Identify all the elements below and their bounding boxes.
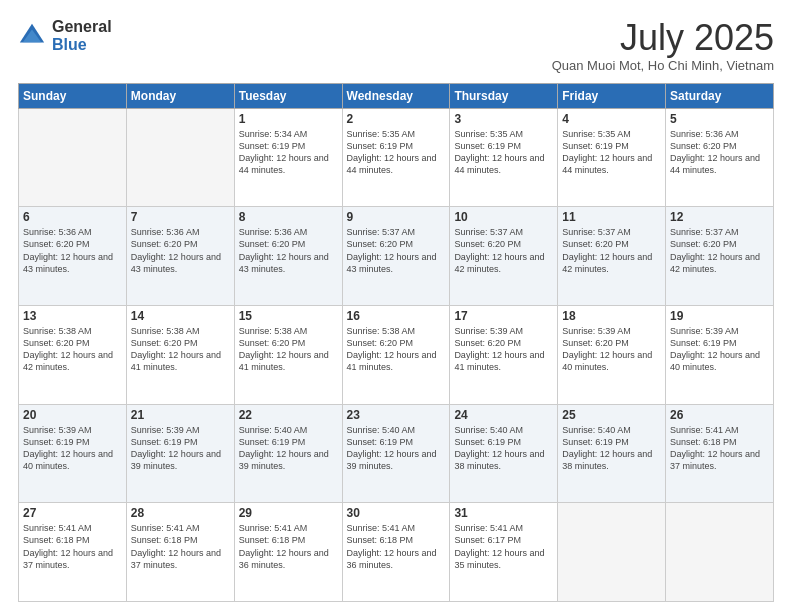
day-number: 27	[23, 506, 122, 520]
weekday-header: Tuesday	[234, 83, 342, 108]
day-info: Sunrise: 5:35 AM Sunset: 6:19 PM Dayligh…	[347, 128, 446, 177]
calendar-cell: 21Sunrise: 5:39 AM Sunset: 6:19 PM Dayli…	[126, 404, 234, 503]
calendar-cell: 30Sunrise: 5:41 AM Sunset: 6:18 PM Dayli…	[342, 503, 450, 602]
day-number: 22	[239, 408, 338, 422]
calendar-cell: 5Sunrise: 5:36 AM Sunset: 6:20 PM Daylig…	[666, 108, 774, 207]
day-info: Sunrise: 5:39 AM Sunset: 6:20 PM Dayligh…	[562, 325, 661, 374]
day-info: Sunrise: 5:38 AM Sunset: 6:20 PM Dayligh…	[131, 325, 230, 374]
calendar-cell: 31Sunrise: 5:41 AM Sunset: 6:17 PM Dayli…	[450, 503, 558, 602]
day-info: Sunrise: 5:40 AM Sunset: 6:19 PM Dayligh…	[239, 424, 338, 473]
day-number: 15	[239, 309, 338, 323]
calendar-cell: 22Sunrise: 5:40 AM Sunset: 6:19 PM Dayli…	[234, 404, 342, 503]
day-info: Sunrise: 5:39 AM Sunset: 6:19 PM Dayligh…	[131, 424, 230, 473]
calendar-cell: 18Sunrise: 5:39 AM Sunset: 6:20 PM Dayli…	[558, 305, 666, 404]
calendar-cell: 7Sunrise: 5:36 AM Sunset: 6:20 PM Daylig…	[126, 207, 234, 306]
day-number: 12	[670, 210, 769, 224]
day-number: 3	[454, 112, 553, 126]
day-info: Sunrise: 5:41 AM Sunset: 6:18 PM Dayligh…	[347, 522, 446, 571]
calendar-cell: 16Sunrise: 5:38 AM Sunset: 6:20 PM Dayli…	[342, 305, 450, 404]
day-info: Sunrise: 5:41 AM Sunset: 6:18 PM Dayligh…	[239, 522, 338, 571]
weekday-header: Monday	[126, 83, 234, 108]
calendar-cell: 4Sunrise: 5:35 AM Sunset: 6:19 PM Daylig…	[558, 108, 666, 207]
day-number: 16	[347, 309, 446, 323]
day-info: Sunrise: 5:39 AM Sunset: 6:19 PM Dayligh…	[23, 424, 122, 473]
day-number: 14	[131, 309, 230, 323]
day-number: 8	[239, 210, 338, 224]
day-number: 25	[562, 408, 661, 422]
day-number: 24	[454, 408, 553, 422]
calendar-cell: 25Sunrise: 5:40 AM Sunset: 6:19 PM Dayli…	[558, 404, 666, 503]
calendar-cell: 27Sunrise: 5:41 AM Sunset: 6:18 PM Dayli…	[19, 503, 127, 602]
day-number: 11	[562, 210, 661, 224]
day-info: Sunrise: 5:37 AM Sunset: 6:20 PM Dayligh…	[562, 226, 661, 275]
day-info: Sunrise: 5:37 AM Sunset: 6:20 PM Dayligh…	[347, 226, 446, 275]
day-info: Sunrise: 5:39 AM Sunset: 6:20 PM Dayligh…	[454, 325, 553, 374]
day-number: 28	[131, 506, 230, 520]
day-number: 29	[239, 506, 338, 520]
day-info: Sunrise: 5:41 AM Sunset: 6:18 PM Dayligh…	[131, 522, 230, 571]
day-number: 4	[562, 112, 661, 126]
logo-icon	[18, 22, 46, 50]
location-subtitle: Quan Muoi Mot, Ho Chi Minh, Vietnam	[552, 58, 774, 73]
calendar-cell: 15Sunrise: 5:38 AM Sunset: 6:20 PM Dayli…	[234, 305, 342, 404]
day-info: Sunrise: 5:36 AM Sunset: 6:20 PM Dayligh…	[239, 226, 338, 275]
calendar-cell: 14Sunrise: 5:38 AM Sunset: 6:20 PM Dayli…	[126, 305, 234, 404]
calendar-week-row: 27Sunrise: 5:41 AM Sunset: 6:18 PM Dayli…	[19, 503, 774, 602]
calendar-cell: 2Sunrise: 5:35 AM Sunset: 6:19 PM Daylig…	[342, 108, 450, 207]
calendar-cell: 8Sunrise: 5:36 AM Sunset: 6:20 PM Daylig…	[234, 207, 342, 306]
day-number: 1	[239, 112, 338, 126]
day-info: Sunrise: 5:34 AM Sunset: 6:19 PM Dayligh…	[239, 128, 338, 177]
logo: General Blue	[18, 18, 112, 53]
month-title: July 2025	[552, 18, 774, 58]
day-number: 2	[347, 112, 446, 126]
calendar-week-row: 6Sunrise: 5:36 AM Sunset: 6:20 PM Daylig…	[19, 207, 774, 306]
calendar-cell: 3Sunrise: 5:35 AM Sunset: 6:19 PM Daylig…	[450, 108, 558, 207]
day-number: 26	[670, 408, 769, 422]
day-info: Sunrise: 5:40 AM Sunset: 6:19 PM Dayligh…	[347, 424, 446, 473]
day-info: Sunrise: 5:41 AM Sunset: 6:18 PM Dayligh…	[670, 424, 769, 473]
calendar-table: SundayMondayTuesdayWednesdayThursdayFrid…	[18, 83, 774, 602]
calendar-cell: 13Sunrise: 5:38 AM Sunset: 6:20 PM Dayli…	[19, 305, 127, 404]
day-number: 31	[454, 506, 553, 520]
calendar-cell	[19, 108, 127, 207]
weekday-header: Sunday	[19, 83, 127, 108]
calendar-cell	[558, 503, 666, 602]
calendar-cell: 20Sunrise: 5:39 AM Sunset: 6:19 PM Dayli…	[19, 404, 127, 503]
day-number: 18	[562, 309, 661, 323]
day-info: Sunrise: 5:37 AM Sunset: 6:20 PM Dayligh…	[454, 226, 553, 275]
day-info: Sunrise: 5:36 AM Sunset: 6:20 PM Dayligh…	[23, 226, 122, 275]
calendar-week-row: 13Sunrise: 5:38 AM Sunset: 6:20 PM Dayli…	[19, 305, 774, 404]
day-info: Sunrise: 5:38 AM Sunset: 6:20 PM Dayligh…	[347, 325, 446, 374]
day-number: 10	[454, 210, 553, 224]
calendar-cell: 6Sunrise: 5:36 AM Sunset: 6:20 PM Daylig…	[19, 207, 127, 306]
day-number: 30	[347, 506, 446, 520]
day-number: 20	[23, 408, 122, 422]
logo-general: General	[52, 18, 112, 36]
calendar-week-row: 20Sunrise: 5:39 AM Sunset: 6:19 PM Dayli…	[19, 404, 774, 503]
calendar-cell: 10Sunrise: 5:37 AM Sunset: 6:20 PM Dayli…	[450, 207, 558, 306]
day-number: 9	[347, 210, 446, 224]
calendar-cell: 17Sunrise: 5:39 AM Sunset: 6:20 PM Dayli…	[450, 305, 558, 404]
page: General Blue July 2025 Quan Muoi Mot, Ho…	[0, 0, 792, 612]
day-info: Sunrise: 5:41 AM Sunset: 6:18 PM Dayligh…	[23, 522, 122, 571]
calendar-cell: 1Sunrise: 5:34 AM Sunset: 6:19 PM Daylig…	[234, 108, 342, 207]
calendar-cell: 23Sunrise: 5:40 AM Sunset: 6:19 PM Dayli…	[342, 404, 450, 503]
weekday-header: Saturday	[666, 83, 774, 108]
day-info: Sunrise: 5:40 AM Sunset: 6:19 PM Dayligh…	[454, 424, 553, 473]
calendar-cell: 28Sunrise: 5:41 AM Sunset: 6:18 PM Dayli…	[126, 503, 234, 602]
weekday-header-row: SundayMondayTuesdayWednesdayThursdayFrid…	[19, 83, 774, 108]
day-number: 5	[670, 112, 769, 126]
day-info: Sunrise: 5:40 AM Sunset: 6:19 PM Dayligh…	[562, 424, 661, 473]
day-info: Sunrise: 5:35 AM Sunset: 6:19 PM Dayligh…	[454, 128, 553, 177]
calendar-cell	[126, 108, 234, 207]
weekday-header: Wednesday	[342, 83, 450, 108]
day-info: Sunrise: 5:37 AM Sunset: 6:20 PM Dayligh…	[670, 226, 769, 275]
day-info: Sunrise: 5:41 AM Sunset: 6:17 PM Dayligh…	[454, 522, 553, 571]
logo-blue: Blue	[52, 36, 112, 54]
calendar-cell: 26Sunrise: 5:41 AM Sunset: 6:18 PM Dayli…	[666, 404, 774, 503]
calendar-cell: 9Sunrise: 5:37 AM Sunset: 6:20 PM Daylig…	[342, 207, 450, 306]
day-info: Sunrise: 5:36 AM Sunset: 6:20 PM Dayligh…	[670, 128, 769, 177]
calendar-week-row: 1Sunrise: 5:34 AM Sunset: 6:19 PM Daylig…	[19, 108, 774, 207]
day-number: 7	[131, 210, 230, 224]
day-number: 17	[454, 309, 553, 323]
